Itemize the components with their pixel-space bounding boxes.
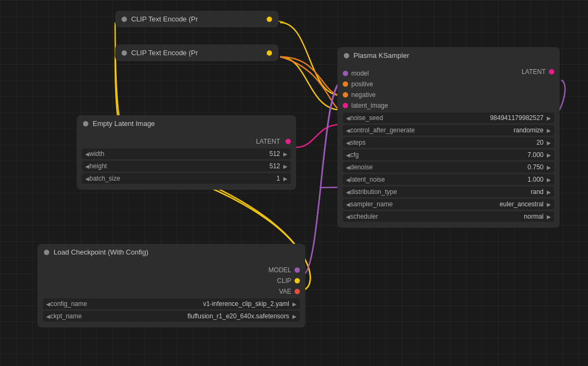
ksampler-latent-output: LATENT	[522, 68, 554, 76]
negative-input-dot	[343, 92, 348, 98]
positive-input-row: positive	[343, 79, 388, 89]
ckpt-name-right-arrow[interactable]: ▶	[292, 313, 297, 319]
plasma-ksampler-status-dot	[344, 53, 349, 58]
negative-input-port: negative	[343, 91, 375, 99]
latent-noise-right-arrow[interactable]: ▶	[547, 177, 551, 183]
steps-left-arrow[interactable]: ◀	[346, 140, 350, 146]
steps-value: 20	[537, 139, 544, 146]
clip-text-encode-1-output-dot	[267, 17, 272, 22]
denoise-value: 0.750	[527, 163, 544, 171]
noise-seed-label: noise_seed	[350, 114, 383, 122]
noise-seed-field[interactable]: ◀ noise_seed 984941179982527 ▶	[343, 113, 554, 123]
cfg-left-arrow[interactable]: ◀	[346, 152, 350, 158]
latent-image-input-row: latent_image	[343, 100, 388, 111]
clip-output-label: CLIP	[277, 277, 291, 285]
ckpt-name-left-arrow[interactable]: ◀	[46, 313, 50, 319]
clip-text-encode-1-header: CLIP Text Encode (Pr	[115, 11, 278, 27]
noise-seed-value: 984941179982527	[490, 114, 544, 122]
height-field[interactable]: ◀ height 512 ▶	[82, 161, 291, 171]
steps-field[interactable]: ◀ steps 20 ▶	[343, 137, 554, 148]
clip-text-encode-1-node: CLIP Text Encode (Pr	[115, 11, 278, 27]
vae-output-row: VAE	[43, 286, 300, 297]
config-name-field[interactable]: ◀ config_name v1-inference_clip_skip_2.y…	[43, 298, 300, 309]
positive-input-port: positive	[343, 80, 373, 88]
plasma-ksampler-node: Plasma KSampler model positive	[337, 47, 560, 228]
control-after-generate-field[interactable]: ◀ control_after_generate randomize ▶	[343, 125, 554, 136]
scheduler-right-arrow[interactable]: ▶	[547, 214, 551, 220]
vae-output-label: VAE	[279, 288, 291, 295]
width-value: 512	[269, 150, 280, 158]
negative-input-row: negative	[343, 89, 388, 100]
positive-input-dot	[343, 81, 348, 87]
noise-seed-left-arrow[interactable]: ◀	[346, 115, 350, 121]
batch-size-field[interactable]: ◀ batch_size 1 ▶	[82, 173, 291, 184]
scheduler-left-arrow[interactable]: ◀	[346, 214, 350, 220]
cfg-value-container: 7.000 ▶	[359, 151, 551, 159]
config-name-left-arrow[interactable]: ◀	[46, 301, 50, 307]
sampler-name-value-container: euler_ancestral ▶	[393, 200, 551, 208]
batch-size-left-arrow[interactable]: ◀	[85, 176, 89, 182]
clip-output-row: CLIP	[43, 275, 300, 286]
config-name-value-container: v1-inference_clip_skip_2.yaml ▶	[87, 300, 297, 308]
distribution-type-label: distribution_type	[350, 188, 397, 196]
config-name-value: v1-inference_clip_skip_2.yaml	[203, 300, 289, 308]
scheduler-field[interactable]: ◀ scheduler normal ▶	[343, 211, 554, 222]
sampler-name-field[interactable]: ◀ sampler_name euler_ancestral ▶	[343, 199, 554, 210]
ckpt-name-value-container: fluffusion_r1_e20_640x.safetensors ▶	[82, 312, 297, 320]
height-value-container: 512 ▶	[107, 162, 288, 170]
denoise-right-arrow[interactable]: ▶	[547, 165, 551, 170]
batch-size-right-arrow[interactable]: ▶	[283, 176, 288, 182]
ckpt-name-field[interactable]: ◀ ckpt_name fluffusion_r1_e20_640x.safet…	[43, 311, 300, 322]
width-field[interactable]: ◀ width 512 ▶	[82, 148, 291, 159]
denoise-label: denoise	[350, 163, 373, 171]
denoise-left-arrow[interactable]: ◀	[346, 165, 350, 170]
model-input-row: model	[343, 68, 388, 79]
control-after-value-container: randomize ▶	[415, 126, 551, 134]
width-right-arrow[interactable]: ▶	[283, 151, 288, 157]
scheduler-label: scheduler	[350, 213, 378, 220]
cfg-right-arrow[interactable]: ▶	[547, 152, 551, 158]
denoise-field[interactable]: ◀ denoise 0.750 ▶	[343, 162, 554, 173]
distribution-type-left-arrow[interactable]: ◀	[346, 189, 350, 195]
sampler-name-right-arrow[interactable]: ▶	[547, 201, 551, 207]
clip-text-encode-2-header: CLIP Text Encode (Pr	[115, 44, 278, 61]
latent-image-input-port: latent_image	[343, 102, 388, 109]
vae-output-port: VAE	[279, 288, 300, 295]
noise-seed-right-arrow[interactable]: ▶	[547, 115, 551, 121]
control-after-right-arrow[interactable]: ▶	[547, 128, 551, 133]
cfg-field[interactable]: ◀ cfg 7.000 ▶	[343, 150, 554, 160]
distribution-type-right-arrow[interactable]: ▶	[547, 189, 551, 195]
model-input-dot	[343, 71, 348, 76]
latent-output-dot	[285, 139, 291, 144]
steps-value-container: 20 ▶	[366, 139, 551, 146]
width-value-container: 512 ▶	[104, 150, 288, 158]
latent-noise-field[interactable]: ◀ latent_noise 1.000 ▶	[343, 174, 554, 185]
latent-output-port: LATENT	[256, 138, 291, 145]
clip-text-encode-1-title: CLIP Text Encode (Pr	[131, 15, 198, 23]
distribution-type-field[interactable]: ◀ distribution_type rand ▶	[343, 186, 554, 197]
steps-right-arrow[interactable]: ▶	[547, 140, 551, 146]
height-right-arrow[interactable]: ▶	[283, 163, 288, 169]
scheduler-value: normal	[524, 213, 544, 220]
latent-noise-left-arrow[interactable]: ◀	[346, 177, 350, 183]
height-label: height	[89, 162, 107, 170]
clip-output-port: CLIP	[277, 277, 300, 285]
clip-text-encode-2-title: CLIP Text Encode (Pr	[131, 49, 198, 57]
sampler-name-left-arrow[interactable]: ◀	[346, 201, 350, 207]
empty-latent-status-dot	[83, 121, 88, 126]
height-left-arrow[interactable]: ◀	[85, 163, 89, 169]
control-after-left-arrow[interactable]: ◀	[346, 128, 350, 133]
load-checkpoint-node: Load Checkpoint (With Config) MODEL CLIP…	[37, 244, 305, 327]
positive-input-label: positive	[351, 80, 373, 88]
model-input-port: model	[343, 70, 369, 77]
ksampler-latent-output-label: LATENT	[522, 68, 546, 76]
clip-output-dot	[295, 278, 300, 283]
empty-latent-body: LATENT ◀ width 512 ▶ ◀ height 512 ▶ ◀ ba…	[77, 132, 296, 190]
clip-text-encode-1-status-dot	[122, 17, 127, 22]
model-output-row: MODEL	[43, 265, 300, 275]
config-name-right-arrow[interactable]: ▶	[292, 301, 297, 307]
vae-output-dot	[295, 289, 300, 294]
width-left-arrow[interactable]: ◀	[85, 151, 89, 157]
scheduler-value-container: normal ▶	[378, 213, 551, 220]
model-input-label: model	[351, 70, 369, 77]
